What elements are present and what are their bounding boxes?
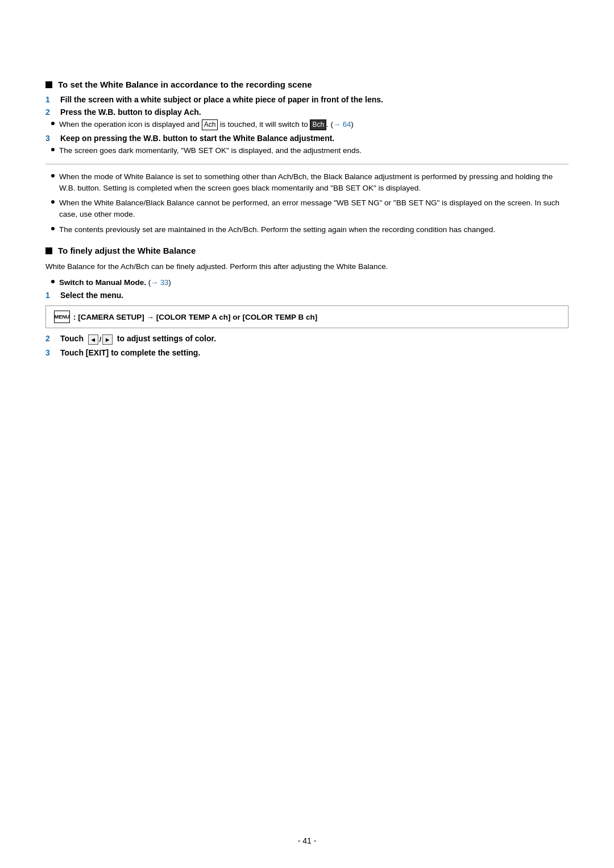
step1-text: Fill the screen with a white subject or …	[60, 95, 383, 104]
note2-text: When the White Balance/Black Balance can…	[59, 197, 569, 221]
ref-33: → 33	[151, 278, 168, 287]
step2-bullet-text: When the operation icon is displayed and…	[59, 119, 354, 130]
s2-step2-number: 2	[45, 334, 58, 343]
left-arrow-btn: ◄	[88, 334, 98, 345]
s2-step2-text: Touch ◄ / ► to adjust settings of color.	[60, 334, 216, 344]
section2: To finely adjust the White Balance White…	[45, 246, 569, 357]
step3-bullet-text: The screen goes dark momentarily, "WB SE…	[59, 145, 362, 156]
note3-bullet-icon	[51, 227, 55, 230]
round-bullet-icon2	[51, 148, 55, 151]
note3: The contents previously set are maintain…	[51, 224, 569, 235]
s2-step2-line: 2 Touch ◄ / ► to adjust settings of colo…	[45, 334, 569, 344]
menu-box: MENU : [CAMERA SETUP] → [COLOR TEMP A ch…	[45, 305, 569, 328]
s2-step3-text: Touch [EXIT] to complete the setting.	[60, 348, 200, 357]
step1-block: 1 Fill the screen with a white subject o…	[45, 95, 569, 104]
step2-number: 2	[45, 108, 58, 117]
notes-block: When the mode of White Balance is set to…	[45, 171, 569, 235]
note1-text: When the mode of White Balance is set to…	[59, 171, 569, 195]
right-arrow-btn: ►	[102, 334, 113, 345]
s2-step3-number: 3	[45, 348, 58, 357]
note1: When the mode of White Balance is set to…	[51, 171, 569, 195]
round-bullet-icon	[51, 122, 55, 125]
step2-text: Press the W.B. button to display Ach.	[60, 108, 201, 117]
step1-number: 1	[45, 95, 58, 104]
step2-block: 2 Press the W.B. button to display Ach. …	[45, 108, 569, 130]
switch-bullet-icon	[51, 280, 55, 283]
divider	[45, 164, 569, 164]
s2-step3-block: 3 Touch [EXIT] to complete the setting.	[45, 348, 569, 357]
s2-step2-block: 2 Touch ◄ / ► to adjust settings of colo…	[45, 334, 569, 344]
section2-intro: White Balance for the Ach/Bch can be fin…	[45, 261, 569, 272]
step3-text: Keep on pressing the W.B. button to star…	[60, 134, 334, 143]
menu-icon: MENU	[54, 311, 70, 323]
switch-note-line: Switch to Manual Mode. (→ 33)	[51, 277, 569, 288]
note1-bullet-icon	[51, 174, 55, 177]
s2-step1-block: 1 Select the menu.	[45, 291, 569, 300]
section1-header: To set the White Balance in accordance t…	[45, 80, 569, 89]
page-number: - 41 -	[298, 836, 317, 845]
s2-step1-number: 1	[45, 291, 58, 300]
note3-text: The contents previously set are maintain…	[59, 224, 495, 235]
page-footer: - 41 -	[0, 836, 614, 845]
page: To set the White Balance in accordance t…	[0, 0, 614, 868]
ref-64: → 64	[333, 120, 351, 129]
section2-header: To finely adjust the White Balance	[45, 246, 569, 255]
s2-step1-text: Select the menu.	[60, 291, 123, 300]
touch-icons: ◄ / ►	[88, 334, 113, 345]
s2-step1-line: 1 Select the menu.	[45, 291, 569, 300]
step3-block: 3 Keep on pressing the W.B. button to st…	[45, 134, 569, 156]
ach-box: Ach	[202, 119, 218, 130]
bch-box: Bch	[310, 119, 326, 130]
menu-box-text: : [CAMERA SETUP] → [COLOR TEMP A ch] or …	[73, 313, 317, 321]
step2-bullet: When the operation icon is displayed and…	[51, 119, 569, 130]
note2: When the White Balance/Black Balance can…	[51, 197, 569, 221]
step3-bullet: The screen goes dark momentarily, "WB SE…	[51, 145, 569, 156]
section2-bullet-icon	[45, 247, 52, 254]
step1-line: 1 Fill the screen with a white subject o…	[45, 95, 569, 104]
section1-bullet-icon	[45, 81, 52, 88]
section1-title: To set the White Balance in accordance t…	[58, 80, 312, 89]
s2-step3-line: 3 Touch [EXIT] to complete the setting.	[45, 348, 569, 357]
section2-title: To finely adjust the White Balance	[58, 246, 196, 255]
content-main: To set the White Balance in accordance t…	[45, 80, 569, 357]
step3-number: 3	[45, 134, 58, 143]
switch-note-text: Switch to Manual Mode. (→ 33)	[59, 277, 171, 288]
step3-line: 3 Keep on pressing the W.B. button to st…	[45, 134, 569, 143]
note2-bullet-icon	[51, 200, 55, 204]
step2-line: 2 Press the W.B. button to display Ach.	[45, 108, 569, 117]
